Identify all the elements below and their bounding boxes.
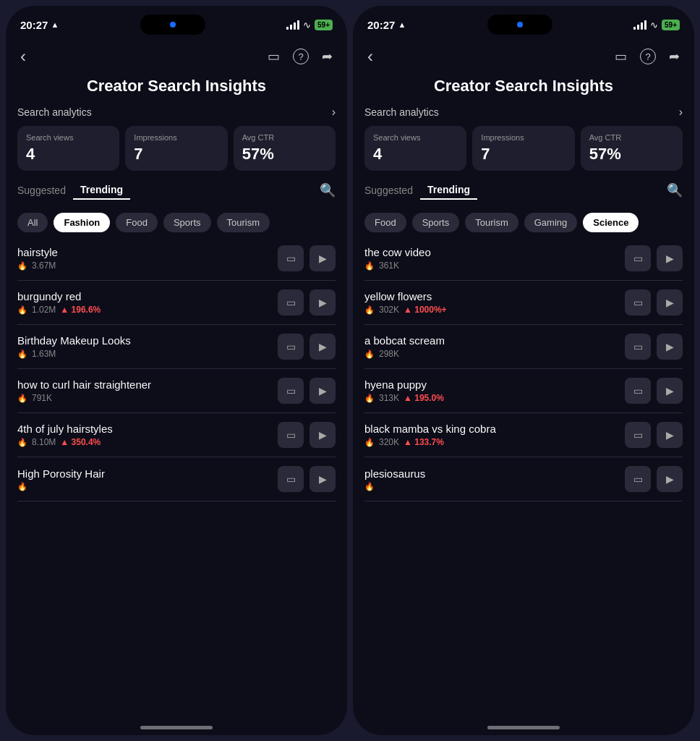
nav-bar: ‹ ▭ ? ➦	[6, 41, 347, 72]
category-pill-tourism[interactable]: Tourism	[465, 213, 518, 232]
bookmark-icon[interactable]: ▭	[268, 48, 280, 64]
trend-meta: 🔥	[364, 482, 625, 491]
analytics-section: Search analytics › Search views 4 Impres…	[353, 106, 694, 171]
trend-actions: ▭ ▶	[625, 334, 683, 360]
help-icon[interactable]: ?	[293, 48, 309, 64]
bookmark-button[interactable]: ▭	[625, 245, 651, 271]
video-button[interactable]: ▶	[657, 378, 683, 404]
analytics-chevron-icon[interactable]: ›	[679, 106, 683, 119]
fire-icon: 🔥	[364, 394, 375, 403]
status-time: 20:27 ▲	[20, 19, 59, 31]
card-label: Avg CTR	[242, 133, 327, 142]
video-button[interactable]: ▶	[657, 466, 683, 492]
category-pill-food[interactable]: Food	[116, 213, 158, 232]
trend-meta: 🔥8.10M▲ 350.4%	[17, 437, 278, 447]
video-button[interactable]: ▶	[310, 334, 336, 360]
home-indicator	[6, 714, 347, 735]
trend-actions: ▭ ▶	[278, 334, 336, 360]
back-button[interactable]: ‹	[367, 46, 373, 67]
category-pills: FoodSportsTourismGamingScience	[353, 206, 694, 237]
trend-actions: ▭ ▶	[278, 422, 336, 448]
help-icon[interactable]: ?	[640, 48, 656, 64]
trend-name: the cow video	[364, 246, 625, 258]
trend-actions: ▭ ▶	[278, 466, 336, 492]
card-label: Search views	[373, 133, 458, 142]
nav-bar: ‹ ▭ ? ➦	[353, 41, 694, 72]
trends-list: hairstyle 🔥3.67M ▭ ▶ burgundy red 🔥1.02M…	[6, 237, 347, 714]
tab-suggested[interactable]: Suggested	[17, 182, 73, 199]
category-pill-sports[interactable]: Sports	[163, 213, 211, 232]
trend-views: 791K	[32, 393, 52, 403]
bookmark-button[interactable]: ▭	[625, 466, 651, 492]
category-pill-science[interactable]: Science	[583, 213, 639, 232]
video-button[interactable]: ▶	[310, 245, 336, 271]
search-icon[interactable]: 🔍	[667, 182, 683, 198]
analytics-card-1: Impressions 7	[472, 126, 574, 171]
status-icons: ∿ 59+	[633, 20, 680, 30]
trend-item: plesiosaurus 🔥 ▭ ▶	[364, 457, 683, 501]
bookmark-button[interactable]: ▭	[625, 378, 651, 404]
fire-icon: 🔥	[17, 438, 27, 447]
category-pill-sports[interactable]: Sports	[412, 213, 460, 232]
trend-meta: 🔥3.67M	[17, 261, 278, 271]
trend-name: plesiosaurus	[364, 467, 625, 480]
back-button[interactable]: ‹	[20, 46, 26, 67]
category-pill-food[interactable]: Food	[364, 213, 406, 232]
search-icon[interactable]: 🔍	[320, 182, 336, 198]
phone-screen-left: 20:27 ▲ ∿ 59+ ‹ ▭ ? ➦ Creator Search Ins…	[6, 6, 347, 735]
tabs-section: Suggested Trending 🔍	[353, 171, 694, 206]
trend-actions: ▭ ▶	[625, 289, 683, 316]
analytics-header: Search analytics ›	[364, 106, 683, 119]
page-title: Creator Search Insights	[353, 72, 694, 106]
fire-icon: 🔥	[17, 394, 27, 403]
bookmark-button[interactable]: ▭	[625, 422, 651, 448]
analytics-label: Search analytics	[364, 106, 439, 118]
category-pill-gaming[interactable]: Gaming	[524, 213, 578, 232]
bookmark-button[interactable]: ▭	[625, 334, 651, 360]
trend-meta: 🔥298K	[364, 349, 625, 359]
category-pill-tourism[interactable]: Tourism	[217, 213, 270, 232]
battery-indicator: 59+	[315, 20, 333, 30]
video-button[interactable]: ▶	[657, 289, 683, 316]
trend-meta: 🔥791K	[17, 393, 278, 403]
home-bar	[487, 726, 560, 729]
analytics-cards: Search views 4 Impressions 7 Avg CTR 57%	[364, 126, 683, 171]
video-button[interactable]: ▶	[310, 422, 336, 448]
category-pill-fashion[interactable]: Fashion	[54, 213, 110, 232]
bookmark-button[interactable]: ▭	[278, 289, 304, 316]
video-button[interactable]: ▶	[657, 334, 683, 360]
trend-views: 361K	[379, 261, 399, 271]
tab-trending[interactable]: Trending	[73, 181, 130, 200]
video-button[interactable]: ▶	[310, 378, 336, 404]
tab-trending[interactable]: Trending	[420, 181, 477, 200]
bookmark-button[interactable]: ▭	[625, 289, 651, 316]
card-label: Impressions	[134, 133, 218, 142]
trend-views: 1.02M	[32, 305, 56, 315]
bookmark-icon[interactable]: ▭	[615, 48, 627, 64]
status-time: 20:27 ▲	[367, 19, 406, 31]
video-button[interactable]: ▶	[657, 245, 683, 271]
tab-suggested[interactable]: Suggested	[364, 182, 420, 199]
bookmark-button[interactable]: ▭	[278, 334, 304, 360]
bookmark-button[interactable]: ▭	[278, 245, 304, 271]
analytics-chevron-icon[interactable]: ›	[332, 106, 336, 119]
trend-info: High Porosity Hair 🔥	[17, 467, 278, 491]
trend-name: 4th of july hairstyles	[17, 423, 278, 435]
analytics-header: Search analytics ›	[17, 106, 336, 119]
trend-name: black mamba vs king cobra	[364, 423, 625, 435]
trend-info: hyena puppy 🔥313K▲ 195.0%	[364, 378, 625, 403]
trend-meta: 🔥1.02M▲ 196.6%	[17, 305, 278, 315]
video-button[interactable]: ▶	[657, 422, 683, 448]
video-button[interactable]: ▶	[310, 466, 336, 492]
category-pill-all[interactable]: All	[17, 213, 48, 232]
share-icon[interactable]: ➦	[322, 48, 333, 64]
share-icon[interactable]: ➦	[669, 48, 680, 64]
bookmark-button[interactable]: ▭	[278, 466, 304, 492]
card-label: Avg CTR	[589, 133, 674, 142]
status-bar: 20:27 ▲ ∿ 59+	[353, 6, 694, 41]
card-value: 57%	[589, 145, 674, 164]
bookmark-button[interactable]: ▭	[278, 422, 304, 448]
trend-views: 1.63M	[32, 349, 56, 359]
video-button[interactable]: ▶	[310, 289, 336, 316]
bookmark-button[interactable]: ▭	[278, 378, 304, 404]
